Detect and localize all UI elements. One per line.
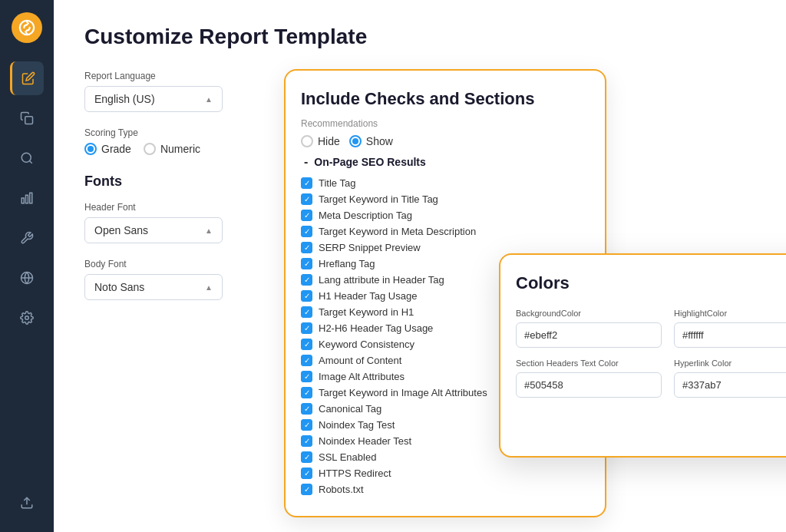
check-box[interactable] (301, 274, 312, 286)
checks-card-title: Include Checks and Sections (301, 89, 590, 109)
hyperlink-color-input[interactable] (674, 372, 786, 398)
sidebar-item-search[interactable] (10, 141, 44, 175)
check-box[interactable] (301, 435, 312, 447)
check-box[interactable] (301, 306, 312, 318)
section-headers-text-field: Section Headers Text Color (516, 359, 662, 398)
color-row-2: Section Headers Text Color Hyperlink Col… (516, 359, 786, 438)
main-content: Customize Report Template Report Languag… (54, 0, 786, 532)
hide-option[interactable]: Hide (301, 135, 340, 147)
seo-section-header: - On-Page SEO Results (301, 155, 590, 169)
sidebar (0, 0, 54, 532)
scoring-type-label: Scoring Type (84, 127, 299, 138)
scoring-numeric-option[interactable]: Numeric (144, 143, 200, 155)
highlight-color-input[interactable] (674, 322, 786, 348)
check-item-label: HTTPS Redirect (319, 468, 391, 479)
page-title: Customize Report Template (84, 25, 755, 49)
check-item[interactable]: HTTPS Redirect (301, 465, 590, 481)
sidebar-item-settings[interactable] (10, 301, 44, 335)
check-item-label: H1 Header Tag Usage (319, 290, 417, 302)
check-item-label: Title Tag (319, 177, 355, 189)
sidebar-item-copy[interactable] (10, 101, 44, 135)
check-item-label: Canonical Tag (319, 403, 381, 415)
check-box[interactable] (301, 322, 312, 334)
check-box[interactable] (301, 242, 312, 253)
check-item[interactable]: Title Tag (301, 175, 590, 191)
scoring-numeric-label: Numeric (160, 143, 200, 155)
scoring-type-group: Grade Numeric (84, 143, 299, 155)
body-font-dropdown[interactable]: Noto Sans ▲ (84, 274, 223, 300)
scoring-grade-option[interactable]: Grade (84, 143, 131, 155)
seo-section-label: On-Page SEO Results (314, 156, 425, 168)
scoring-grade-label: Grade (101, 143, 131, 155)
hide-radio[interactable] (301, 135, 313, 147)
check-box[interactable] (301, 193, 312, 205)
bg-color-label: BackgroundColor (516, 309, 662, 318)
fonts-section: Fonts Header Font Open Sans ▲ Body Font … (84, 173, 299, 300)
highlight-color-field: HighlightColor (674, 309, 786, 348)
check-item-label: Robots.txt (319, 484, 364, 495)
hyperlink-color-label: Hyperlink Color (674, 359, 786, 368)
show-option[interactable]: Show (349, 135, 393, 147)
section-headers-text-input[interactable] (516, 372, 662, 398)
bg-color-input[interactable] (516, 322, 662, 348)
check-item-label: Target Keyword in Meta Description (319, 226, 476, 237)
check-box[interactable] (301, 484, 312, 495)
fonts-title: Fonts (84, 173, 299, 190)
check-box[interactable] (301, 371, 312, 382)
sidebar-item-globe[interactable] (10, 261, 44, 295)
header-font-value: Open Sans (94, 224, 148, 236)
check-box[interactable] (301, 258, 312, 269)
check-box[interactable] (301, 451, 312, 463)
report-language-value: English (US) (94, 93, 155, 105)
sidebar-item-upload[interactable] (10, 486, 44, 520)
check-box[interactable] (301, 419, 312, 431)
check-box[interactable] (301, 339, 312, 350)
sidebar-item-tool[interactable] (10, 221, 44, 255)
scoring-grade-radio[interactable] (84, 143, 97, 155)
check-item[interactable]: Robots.txt (301, 481, 590, 497)
check-item-label: SERP Snippet Preview (319, 242, 421, 253)
check-box[interactable] (301, 210, 312, 221)
check-item[interactable]: Target Keyword in Title Tag (301, 191, 590, 207)
sidebar-item-chart[interactable] (10, 181, 44, 215)
check-item-label: Amount of Content (319, 355, 401, 366)
sidebar-item-edit[interactable] (10, 61, 44, 95)
check-box[interactable] (301, 355, 312, 366)
header-font-dropdown[interactable]: Open Sans ▲ (84, 217, 223, 243)
check-box[interactable] (301, 177, 312, 189)
color-fields-grid: BackgroundColor HighlightColor Section H… (516, 309, 786, 348)
hide-label: Hide (318, 135, 340, 147)
check-item-label: SSL Enabled (319, 451, 376, 463)
scoring-numeric-radio[interactable] (144, 143, 156, 155)
svg-rect-0 (25, 117, 33, 124)
svg-rect-2 (21, 198, 24, 203)
check-item-label: Target Keyword in H1 (319, 306, 414, 318)
check-item-label: Noindex Header Test (319, 435, 411, 447)
check-item-label: Lang attribute in Header Tag (319, 274, 444, 286)
section-headers-text-label: Section Headers Text Color (516, 359, 662, 368)
app-logo[interactable] (12, 12, 42, 43)
svg-point-6 (25, 316, 29, 320)
dropdown-arrow-icon: ▲ (205, 95, 213, 104)
check-item[interactable]: Meta Description Tag (301, 207, 590, 223)
check-item[interactable]: Target Keyword in Meta Description (301, 223, 590, 240)
show-radio[interactable] (349, 135, 362, 147)
check-box[interactable] (301, 290, 312, 302)
check-item-label: Meta Description Tag (319, 210, 412, 221)
recommendations-label: Recommendations (301, 118, 590, 129)
check-item-label: Target Keyword in Image Alt Attributes (319, 387, 487, 398)
svg-point-1 (21, 153, 31, 162)
bg-color-field: BackgroundColor (516, 309, 662, 348)
check-item-label: Hreflang Tag (319, 258, 375, 269)
check-box[interactable] (301, 226, 312, 237)
show-label: Show (366, 135, 393, 147)
highlight-color-label: HighlightColor (674, 309, 786, 318)
body-font-value: Noto Sans (94, 281, 144, 293)
body-font-label: Body Font (84, 259, 299, 269)
check-box[interactable] (301, 387, 312, 398)
report-language-dropdown[interactable]: English (US) ▲ (84, 86, 223, 112)
colors-card-title: Colors (516, 273, 786, 293)
header-font-label: Header Font (84, 202, 299, 213)
check-box[interactable] (301, 468, 312, 479)
check-box[interactable] (301, 403, 312, 415)
